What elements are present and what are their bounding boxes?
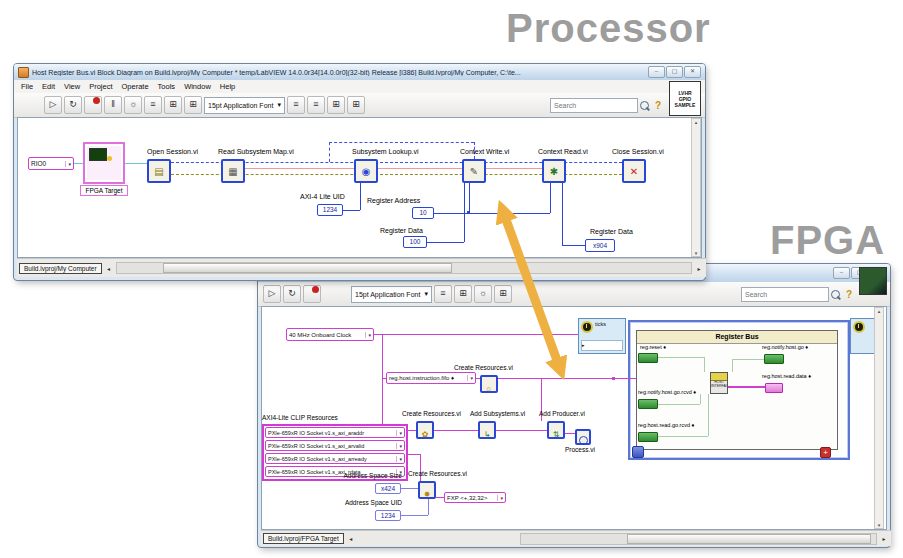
retain-wire-values-button[interactable]: ≡ (144, 96, 162, 114)
menu-operate[interactable]: Operate (122, 82, 149, 91)
scroll-down-icon[interactable]: ▾ (695, 250, 698, 256)
add-producer-vi[interactable]: ⇅ (547, 421, 565, 439)
menu-project[interactable]: Project (89, 82, 112, 91)
addr-uid-constant[interactable]: 1234 (375, 510, 401, 521)
create-resources-vi[interactable]: ☼ (480, 375, 498, 393)
host-titlebar[interactable]: Host Register Bus.vi Block Diagram on Bu… (14, 64, 705, 81)
scroll-left-icon[interactable]: ◂ (104, 265, 114, 272)
loop-iteration-terminal[interactable] (632, 446, 644, 458)
target-tab[interactable]: Build.lvproj/FPGA Target (263, 533, 344, 544)
highlight-execution-button[interactable]: ☼ (124, 96, 142, 114)
run-continuous-button[interactable]: ↻ (283, 285, 301, 303)
minimize-button[interactable]: – (648, 66, 665, 78)
scroll-right-icon[interactable]: ▸ (694, 265, 704, 272)
create-resources-vi[interactable]: ✸ (418, 481, 436, 499)
font-selector[interactable]: 15pt Application Font ▾ (351, 286, 432, 303)
help-button[interactable]: ? (651, 98, 665, 113)
cleanup-diagram-button[interactable]: ⊞ (347, 96, 365, 114)
scrollbar-thumb[interactable] (627, 534, 871, 544)
scroll-up-icon[interactable]: ▴ (878, 308, 881, 314)
reg-data-out-indicator[interactable]: x904 (585, 239, 615, 252)
read-subsystem-map-vi[interactable]: ▦ (221, 159, 245, 183)
font-selector[interactable]: 15pt Application Font ▾ (204, 97, 285, 114)
vi-label: Open Session.vi (147, 148, 198, 155)
run-button[interactable]: ▷ (263, 285, 281, 303)
target-tab[interactable]: Build.lvproj/My Computer (19, 263, 102, 274)
host-horizontal-scrollbar[interactable] (116, 262, 692, 274)
highlight-execution-button[interactable]: ☼ (474, 285, 492, 303)
reg-host-read-data-terminal[interactable] (765, 383, 783, 393)
chevron-down-icon: ▾ (277, 101, 281, 109)
search-icon[interactable] (640, 101, 649, 110)
reg-data-constant[interactable]: 100 (403, 236, 427, 248)
timed-loop-period-field[interactable]: ▸ (581, 340, 623, 351)
host-vertical-scrollbar[interactable]: ▴ ▾ (691, 118, 701, 257)
minimize-button[interactable]: – (833, 267, 850, 279)
menu-view[interactable]: View (64, 82, 80, 91)
close-session-vi[interactable]: ✕ (622, 159, 646, 183)
abort-button[interactable] (84, 96, 102, 114)
subsystem-lookup-vi[interactable]: ◉ (354, 159, 378, 183)
instruction-fifo-selector[interactable]: reg.host.instruction.fifo ♦ ▾ (386, 372, 476, 384)
reg-data-label: Register Data (380, 227, 423, 234)
host-interface-node[interactable]: HOST INTERFACE (710, 372, 728, 394)
fpga-target-icon[interactable] (83, 142, 125, 184)
scroll-left-icon[interactable]: ◂ (346, 535, 356, 542)
help-button[interactable]: ? (842, 287, 856, 302)
fxp-type-selector[interactable]: FXP <+,32,32> ▾ (444, 492, 506, 503)
process-vi[interactable] (575, 429, 591, 445)
reg-reset-terminal[interactable] (638, 353, 658, 363)
add-subsystems-vi[interactable]: ↳ (478, 421, 496, 439)
fpga-horizontal-scrollbar[interactable] (520, 533, 877, 545)
context-write-vi[interactable]: ✎ (462, 159, 486, 183)
stop-condition-icon[interactable]: + (820, 447, 831, 458)
timed-loop-output-node[interactable] (850, 318, 876, 354)
resize-objects-button[interactable]: ⊞ (327, 96, 345, 114)
run-button[interactable]: ▷ (44, 96, 62, 114)
scroll-down-icon[interactable]: ▾ (878, 522, 881, 528)
context-read-vi[interactable]: ✱ (542, 159, 566, 183)
vi-label: Context Read.vi (538, 148, 588, 155)
fpga-vertical-scrollbar[interactable]: ▴ ▾ (874, 307, 884, 529)
scroll-right-icon[interactable]: ▸ (879, 535, 889, 542)
timed-loop-input-node[interactable]: ticks ▸ (578, 318, 626, 354)
search-input[interactable] (550, 98, 638, 113)
addr-size-constant[interactable]: x424 (375, 483, 401, 494)
open-session-vi[interactable]: ▤ (147, 159, 171, 183)
align-objects-button[interactable]: ≡ (287, 96, 305, 114)
align-objects-button[interactable]: ≡ (434, 285, 452, 303)
clip-item-selector[interactable]: PXIe-659xR IO Socket v1.s_axi_arready▾ (265, 453, 405, 464)
scroll-up-icon[interactable]: ▴ (695, 119, 698, 125)
create-resources-vi[interactable]: ✿ (416, 421, 434, 439)
host-window: Host Register Bus.vi Block Diagram on Bu… (14, 64, 705, 280)
reg-host-read-go-rcvd-terminal[interactable] (638, 432, 658, 442)
menu-file[interactable]: File (21, 82, 33, 91)
search-icon[interactable] (831, 290, 840, 299)
reg-notify-host-go-rcvd-terminal[interactable] (638, 399, 658, 409)
scrollbar-thumb[interactable] (163, 263, 452, 273)
step-into-button[interactable]: ⊞ (164, 96, 182, 114)
distribute-objects-button[interactable]: ⊞ (454, 285, 472, 303)
rio-resource-selector[interactable]: RIO0 ▾ (28, 157, 74, 170)
maximize-button[interactable]: ▢ (666, 66, 683, 78)
onboard-clock-selector[interactable]: 40 MHz Onboard Clock ▾ (286, 328, 374, 341)
run-continuous-button[interactable]: ↻ (64, 96, 82, 114)
search-input[interactable] (741, 287, 829, 302)
menu-tools[interactable]: Tools (158, 82, 176, 91)
menu-edit[interactable]: Edit (42, 82, 55, 91)
distribute-objects-button[interactable]: ≡ (307, 96, 325, 114)
close-button[interactable]: ✕ (684, 66, 701, 78)
pause-button[interactable]: ‖ (104, 96, 122, 114)
step-over-button[interactable]: ⊞ (184, 96, 202, 114)
clip-item-selector[interactable]: PXIe-659xR IO Socket v1.s_axi_arvalid▾ (265, 440, 405, 451)
axi-uid-constant[interactable]: 1234 (317, 204, 343, 216)
cleanup-diagram-button[interactable]: ⊞ (494, 285, 512, 303)
reg-addr-constant[interactable]: 10 (412, 207, 434, 219)
wire (427, 242, 464, 243)
abort-button[interactable] (303, 285, 321, 303)
menu-window[interactable]: Window (184, 82, 211, 91)
reg-notify-host-go-terminal[interactable] (764, 354, 784, 364)
menu-help[interactable]: Help (220, 82, 235, 91)
host-statusbar: Build.lvproj/My Computer ◂ ▸ (17, 258, 706, 277)
clip-item-selector[interactable]: PXIe-659xR IO Socket v1.s_axi_araddr▾ (265, 427, 405, 438)
